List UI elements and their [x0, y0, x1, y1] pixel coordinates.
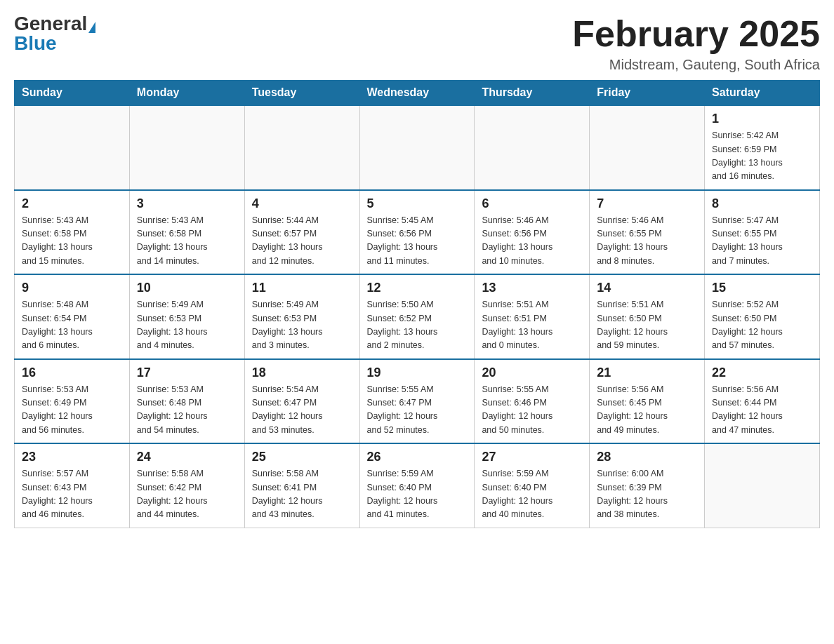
day-number: 23	[22, 450, 122, 464]
day-info: Sunrise: 5:56 AMSunset: 6:45 PMDaylight:…	[597, 383, 697, 438]
calendar-cell: 3Sunrise: 5:43 AMSunset: 6:58 PMDaylight…	[129, 190, 244, 275]
calendar-header: Sunday Monday Tuesday Wednesday Thursday…	[15, 81, 820, 106]
day-info: Sunrise: 5:58 AMSunset: 6:42 PMDaylight:…	[137, 467, 237, 522]
day-number: 21	[597, 365, 697, 380]
calendar-cell: 5Sunrise: 5:45 AMSunset: 6:56 PMDaylight…	[359, 190, 475, 275]
day-info: Sunrise: 5:58 AMSunset: 6:41 PMDaylight:…	[252, 467, 352, 522]
day-number: 15	[712, 281, 812, 295]
day-info: Sunrise: 5:59 AMSunset: 6:40 PMDaylight:…	[482, 467, 582, 522]
calendar-cell: 16Sunrise: 5:53 AMSunset: 6:49 PMDayligh…	[15, 359, 130, 444]
day-info: Sunrise: 5:49 AMSunset: 6:53 PMDaylight:…	[137, 298, 237, 353]
day-info: Sunrise: 6:00 AMSunset: 6:39 PMDaylight:…	[597, 467, 697, 522]
calendar-cell: 23Sunrise: 5:57 AMSunset: 6:43 PMDayligh…	[15, 443, 130, 528]
day-info: Sunrise: 5:55 AMSunset: 6:46 PMDaylight:…	[482, 383, 582, 438]
calendar-cell: 13Sunrise: 5:51 AMSunset: 6:51 PMDayligh…	[475, 274, 590, 359]
header-sunday: Sunday	[15, 81, 130, 106]
calendar-cell: 15Sunrise: 5:52 AMSunset: 6:50 PMDayligh…	[705, 274, 820, 359]
calendar-week-5: 23Sunrise: 5:57 AMSunset: 6:43 PMDayligh…	[15, 443, 820, 528]
day-number: 14	[597, 281, 697, 295]
calendar-cell: 9Sunrise: 5:48 AMSunset: 6:54 PMDaylight…	[15, 274, 130, 359]
day-number: 18	[252, 365, 352, 380]
calendar-cell: 2Sunrise: 5:43 AMSunset: 6:58 PMDaylight…	[15, 190, 130, 275]
day-number: 4	[252, 196, 352, 211]
day-number: 25	[252, 450, 352, 464]
logo-triangle-icon	[88, 22, 95, 33]
day-info: Sunrise: 5:51 AMSunset: 6:50 PMDaylight:…	[597, 298, 697, 353]
calendar-cell: 19Sunrise: 5:55 AMSunset: 6:47 PMDayligh…	[359, 359, 475, 444]
calendar-cell	[590, 105, 705, 190]
day-info: Sunrise: 5:46 AMSunset: 6:55 PMDaylight:…	[597, 214, 697, 269]
calendar-week-2: 2Sunrise: 5:43 AMSunset: 6:58 PMDaylight…	[15, 190, 820, 275]
day-number: 16	[22, 365, 122, 380]
page-header: General Blue February 2025 Midstream, Ga…	[14, 14, 820, 73]
calendar-cell: 25Sunrise: 5:58 AMSunset: 6:41 PMDayligh…	[244, 443, 359, 528]
day-number: 7	[597, 196, 697, 211]
calendar-cell: 18Sunrise: 5:54 AMSunset: 6:47 PMDayligh…	[244, 359, 359, 444]
day-number: 12	[367, 281, 468, 295]
day-info: Sunrise: 5:57 AMSunset: 6:43 PMDaylight:…	[22, 467, 122, 522]
day-number: 13	[482, 281, 582, 295]
calendar-cell: 21Sunrise: 5:56 AMSunset: 6:45 PMDayligh…	[590, 359, 705, 444]
day-number: 20	[482, 365, 582, 380]
calendar-cell: 1Sunrise: 5:42 AMSunset: 6:59 PMDaylight…	[705, 105, 820, 190]
day-info: Sunrise: 5:44 AMSunset: 6:57 PMDaylight:…	[252, 214, 352, 269]
day-number: 24	[137, 450, 237, 464]
calendar-cell: 27Sunrise: 5:59 AMSunset: 6:40 PMDayligh…	[475, 443, 590, 528]
logo-text: General	[14, 14, 95, 34]
day-number: 28	[597, 450, 697, 464]
day-number: 3	[137, 196, 237, 211]
day-number: 19	[367, 365, 468, 380]
day-number: 11	[252, 281, 352, 295]
calendar-cell: 11Sunrise: 5:49 AMSunset: 6:53 PMDayligh…	[244, 274, 359, 359]
header-wednesday: Wednesday	[359, 81, 475, 106]
calendar-cell: 26Sunrise: 5:59 AMSunset: 6:40 PMDayligh…	[359, 443, 475, 528]
calendar-table: Sunday Monday Tuesday Wednesday Thursday…	[14, 80, 820, 528]
day-info: Sunrise: 5:53 AMSunset: 6:49 PMDaylight:…	[22, 383, 122, 438]
day-info: Sunrise: 5:48 AMSunset: 6:54 PMDaylight:…	[22, 298, 122, 353]
calendar-cell	[129, 105, 244, 190]
day-info: Sunrise: 5:56 AMSunset: 6:44 PMDaylight:…	[712, 383, 812, 438]
calendar-cell	[15, 105, 130, 190]
day-info: Sunrise: 5:42 AMSunset: 6:59 PMDaylight:…	[712, 129, 812, 184]
calendar-cell: 10Sunrise: 5:49 AMSunset: 6:53 PMDayligh…	[129, 274, 244, 359]
calendar-cell: 17Sunrise: 5:53 AMSunset: 6:48 PMDayligh…	[129, 359, 244, 444]
calendar-cell: 12Sunrise: 5:50 AMSunset: 6:52 PMDayligh…	[359, 274, 475, 359]
day-number: 10	[137, 281, 237, 295]
weekday-header-row: Sunday Monday Tuesday Wednesday Thursday…	[15, 81, 820, 106]
calendar-cell	[359, 105, 475, 190]
calendar-cell: 6Sunrise: 5:46 AMSunset: 6:56 PMDaylight…	[475, 190, 590, 275]
day-number: 9	[22, 281, 122, 295]
calendar-cell	[475, 105, 590, 190]
calendar-cell	[705, 443, 820, 528]
calendar-cell: 7Sunrise: 5:46 AMSunset: 6:55 PMDaylight…	[590, 190, 705, 275]
day-number: 2	[22, 196, 122, 211]
day-info: Sunrise: 5:50 AMSunset: 6:52 PMDaylight:…	[367, 298, 468, 353]
day-info: Sunrise: 5:52 AMSunset: 6:50 PMDaylight:…	[712, 298, 812, 353]
day-number: 8	[712, 196, 812, 211]
location: Midstream, Gauteng, South Africa	[572, 57, 820, 73]
logo-blue: Blue	[14, 34, 57, 53]
day-number: 27	[482, 450, 582, 464]
calendar-cell: 24Sunrise: 5:58 AMSunset: 6:42 PMDayligh…	[129, 443, 244, 528]
day-info: Sunrise: 5:51 AMSunset: 6:51 PMDaylight:…	[482, 298, 582, 353]
calendar-week-3: 9Sunrise: 5:48 AMSunset: 6:54 PMDaylight…	[15, 274, 820, 359]
header-saturday: Saturday	[705, 81, 820, 106]
day-info: Sunrise: 5:43 AMSunset: 6:58 PMDaylight:…	[22, 214, 122, 269]
calendar-cell: 20Sunrise: 5:55 AMSunset: 6:46 PMDayligh…	[475, 359, 590, 444]
logo: General Blue	[14, 14, 95, 53]
day-number: 6	[482, 196, 582, 211]
header-tuesday: Tuesday	[244, 81, 359, 106]
header-monday: Monday	[129, 81, 244, 106]
header-friday: Friday	[590, 81, 705, 106]
day-info: Sunrise: 5:45 AMSunset: 6:56 PMDaylight:…	[367, 214, 468, 269]
day-number: 17	[137, 365, 237, 380]
month-title: February 2025	[572, 14, 820, 54]
day-number: 5	[367, 196, 468, 211]
calendar-body: 1Sunrise: 5:42 AMSunset: 6:59 PMDaylight…	[15, 105, 820, 528]
day-info: Sunrise: 5:55 AMSunset: 6:47 PMDaylight:…	[367, 383, 468, 438]
day-info: Sunrise: 5:49 AMSunset: 6:53 PMDaylight:…	[252, 298, 352, 353]
day-info: Sunrise: 5:54 AMSunset: 6:47 PMDaylight:…	[252, 383, 352, 438]
day-info: Sunrise: 5:59 AMSunset: 6:40 PMDaylight:…	[367, 467, 468, 522]
header-thursday: Thursday	[475, 81, 590, 106]
day-info: Sunrise: 5:47 AMSunset: 6:55 PMDaylight:…	[712, 214, 812, 269]
